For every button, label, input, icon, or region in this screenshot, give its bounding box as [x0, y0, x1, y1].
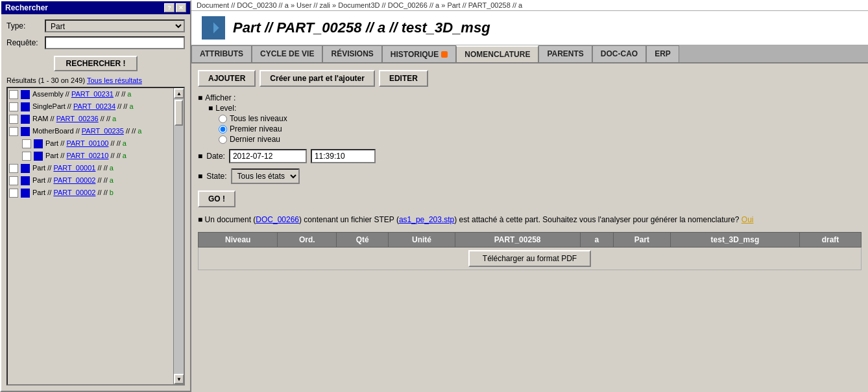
pdf-button[interactable]: Télécharger au format PDF — [468, 250, 591, 267]
left-panel-body: Type: Part Requête: RECHERCHER ! Résulta… — [1, 14, 190, 391]
time-input[interactable] — [311, 149, 376, 163]
item-text: RAM // PART_00236 // // a — [32, 114, 116, 123]
checkbox-placeholder[interactable] — [9, 102, 18, 111]
date-input[interactable] — [229, 149, 307, 163]
ajouter-button[interactable]: AJOUTER — [198, 70, 256, 87]
close-button[interactable]: ✕ — [176, 3, 186, 12]
checkbox-placeholder[interactable] — [9, 127, 18, 136]
list-item[interactable]: RAM // PART_00236 // // a — [9, 114, 172, 124]
radio-label-tous: Tous les niveaux — [230, 114, 287, 123]
item-text: MotherBoard // PART_00235 // // a — [32, 126, 141, 135]
requete-input[interactable] — [45, 36, 185, 49]
table-body: Télécharger au format PDF — [199, 248, 862, 270]
oui-link[interactable]: Oui — [741, 215, 754, 224]
action-buttons: AJOUTER Créer une part et l'ajouter EDIT… — [198, 70, 862, 87]
tab-revisions[interactable]: RÉVISIONS — [322, 45, 381, 62]
item-text: Assembly // PART_00231 // // a — [32, 89, 131, 98]
doc-message-text1: Un document ( — [205, 215, 256, 224]
nomenclature-table: NiveauOrd.QtéUnitéPART_00258aParttest_3D… — [198, 232, 862, 270]
creer-button[interactable]: Créer une part et l'ajouter — [259, 70, 375, 87]
tab-doc-cao[interactable]: DOC-CAO — [592, 45, 646, 62]
requete-label: Requête: — [6, 38, 42, 47]
radio-row-premier: Premier niveau — [219, 124, 862, 133]
list-item[interactable]: Assembly // PART_00231 // // a — [9, 89, 172, 99]
list-item[interactable]: Part // PART_00002 // // a — [9, 176, 172, 185]
item-icon — [21, 115, 30, 124]
list-item[interactable]: Part // PART_00001 // // a — [9, 163, 172, 173]
doc-message-text3: ) est attaché à cette part. Souhaitez vo… — [454, 215, 741, 224]
svg-marker-1 — [207, 21, 213, 34]
left-panel-titlebar: Rechercher ? ✕ — [1, 1, 190, 14]
afficher-label-text: Afficher : — [205, 93, 235, 102]
doc-link[interactable]: DOC_00266 — [256, 215, 299, 224]
results-header: Résultats (1 - 30 on 249) Tous les résul… — [6, 76, 185, 84]
level-options: Tous les niveauxPremier niveauDernier ni… — [219, 114, 862, 144]
rss-icon — [441, 51, 448, 58]
table-header-test-3d-msg: test_3D_msg — [670, 233, 799, 248]
table-header-part-00258: PART_00258 — [455, 233, 580, 248]
item-icon — [21, 164, 30, 173]
level-label: Level: — [215, 104, 236, 113]
content-area: AJOUTER Créer une part et l'ajouter EDIT… — [191, 63, 868, 392]
afficher-section: ■ Afficher : ■ Level: Tous les niveauxPr… — [198, 93, 862, 144]
type-label: Type: — [6, 21, 42, 30]
item-text: Part // PART_00001 // // a — [32, 163, 114, 172]
level-bullet: ■ — [208, 104, 213, 113]
help-button[interactable]: ? — [164, 3, 175, 12]
table-header-niveau: Niveau — [199, 233, 278, 248]
date-row: ■ Date: — [198, 149, 862, 163]
step-link[interactable]: as1_pe_203.stp — [399, 215, 454, 224]
checkbox-placeholder[interactable] — [22, 139, 31, 148]
tab-attributs[interactable]: ATTRIBUTS — [191, 45, 252, 62]
item-text: Part // PART_00002 // // b — [32, 188, 114, 197]
all-results-link[interactable]: Tous les résultats — [87, 76, 142, 84]
vertical-scrollbar[interactable]: ▲ ▼ — [173, 88, 184, 384]
titlebar-buttons: ? ✕ — [164, 3, 186, 12]
tab-nomenclature[interactable]: NOMENCLATURE — [456, 45, 538, 62]
item-text: Part // PART_00100 // // a — [45, 139, 127, 148]
scroll-track[interactable] — [174, 98, 184, 374]
part-icon — [202, 16, 225, 40]
checkbox-placeholder[interactable] — [9, 115, 18, 124]
list-item[interactable]: Part // PART_00210 // // a — [9, 151, 172, 161]
item-icon — [21, 102, 30, 111]
table-header-unit-: Unité — [389, 233, 455, 248]
breadcrumb: Document // DOC_00230 // a » User // zal… — [191, 0, 868, 11]
results-summary: Résultats (1 - 30 on 249) — [6, 76, 85, 84]
tab-parents[interactable]: PARENTS — [538, 45, 592, 62]
state-bullet: ■ — [198, 172, 202, 181]
item-icon — [21, 176, 30, 185]
checkbox-placeholder[interactable] — [9, 90, 18, 99]
go-button[interactable]: GO ! — [198, 190, 235, 207]
list-item[interactable]: SinglePart // PART_00234 // // a — [9, 102, 172, 111]
tabs-bar: ATTRIBUTSCYCLE DE VIERÉVISIONSHISTORIQUE… — [191, 45, 868, 63]
radio-dernier[interactable] — [219, 135, 227, 144]
search-button[interactable]: RECHERCHER ! — [54, 56, 137, 71]
item-icon — [21, 189, 30, 198]
requete-row: Requête: — [6, 36, 185, 49]
tab-historique[interactable]: HISTORIQUE — [382, 45, 456, 62]
editer-button[interactable]: EDITER — [379, 70, 428, 87]
scroll-up[interactable]: ▲ — [174, 88, 184, 98]
radio-tous[interactable] — [219, 115, 227, 123]
state-label: State: — [206, 172, 226, 181]
checkbox-placeholder[interactable] — [22, 152, 31, 161]
radio-row-tous: Tous les niveaux — [219, 114, 862, 123]
tab-erp[interactable]: ERP — [646, 45, 679, 62]
type-select[interactable]: Part — [45, 19, 185, 32]
scroll-thumb[interactable] — [175, 100, 183, 126]
state-select[interactable]: Tous les étatsDraftReleasedObsolete — [231, 168, 300, 184]
list-item[interactable]: MotherBoard // PART_00235 // // a — [9, 126, 172, 136]
scroll-down[interactable]: ▼ — [174, 374, 184, 384]
list-item[interactable]: Part // PART_00100 // // a — [9, 139, 172, 148]
left-panel: Rechercher ? ✕ Type: Part Requête: RECHE… — [0, 0, 191, 392]
item-icon — [34, 152, 43, 161]
checkbox-placeholder[interactable] — [9, 176, 18, 185]
tab-cycle-de-vie[interactable]: CYCLE DE VIE — [252, 45, 322, 62]
results-list: Assembly // PART_00231 // // aSinglePart… — [8, 88, 184, 384]
radio-premier[interactable] — [219, 125, 227, 133]
list-item[interactable]: Part // PART_00002 // // b — [9, 188, 172, 198]
checkbox-placeholder[interactable] — [9, 189, 18, 198]
item-icon — [34, 139, 43, 148]
checkbox-placeholder[interactable] — [9, 164, 18, 173]
